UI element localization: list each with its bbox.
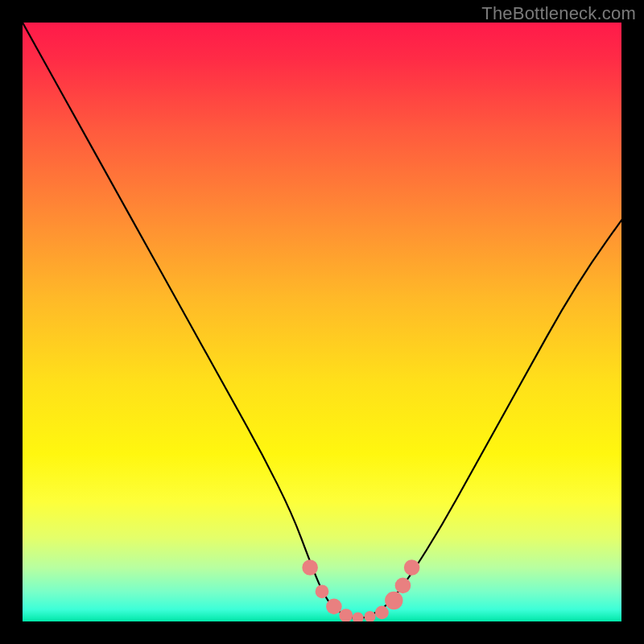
curve-marker (385, 592, 402, 609)
bottleneck-chart: TheBottleneck.com (0, 0, 644, 644)
curve-marker (302, 559, 318, 576)
curve-svg (23, 23, 621, 621)
curve-marker (395, 578, 411, 594)
curve-marker (316, 584, 329, 598)
curve-marker (326, 599, 342, 615)
bottleneck-curve-path (23, 23, 621, 618)
curve-markers (302, 559, 419, 621)
curve-marker (339, 609, 353, 621)
curve-marker (375, 605, 389, 619)
plot-area (23, 23, 621, 621)
curve-marker (353, 613, 364, 621)
watermark-text: TheBottleneck.com (481, 3, 636, 24)
curve-marker (404, 559, 420, 576)
